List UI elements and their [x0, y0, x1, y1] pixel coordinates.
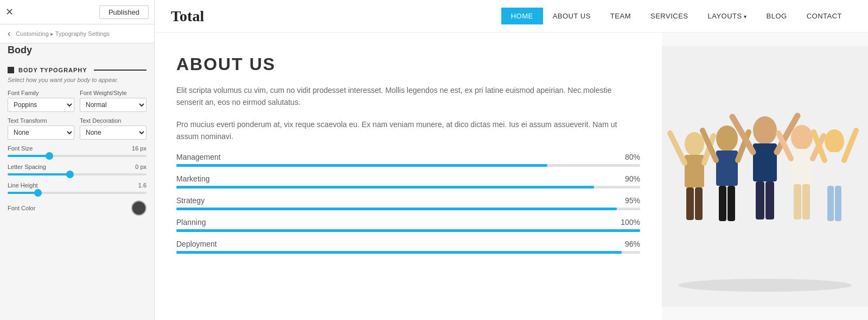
progress-header-4: Deployment 96% [176, 240, 640, 248]
progress-bar-fill-0 [176, 164, 547, 167]
letter-spacing-value: 0 px [135, 164, 146, 170]
progress-item: Management 80% [176, 153, 640, 167]
font-family-select[interactable]: Poppins Arial Georgia [8, 98, 74, 112]
font-weight-group: Font Weight/Style Normal Bold Light Ital… [80, 90, 146, 112]
breadcrumb: Customizing ▸ Typography Settings [16, 30, 110, 37]
nav-item-layouts[interactable]: LAYOUTS [698, 8, 757, 24]
progress-label-0: Management [176, 153, 221, 161]
progress-label-1: Marketing [176, 174, 209, 183]
line-height-thumb[interactable] [34, 189, 42, 197]
progress-bar-bg-4 [176, 251, 640, 254]
about-section: ABOUT US Elit scripta volumus cu vim, cu… [155, 33, 662, 320]
progress-value-3: 100% [621, 218, 640, 227]
published-button[interactable]: Published [99, 5, 149, 19]
nav-item-services[interactable]: SERVICES [641, 8, 698, 24]
letter-spacing-row: Letter Spacing 0 px [8, 164, 146, 175]
breadcrumb-area: ‹ Customizing ▸ Typography Settings [0, 24, 154, 43]
close-button[interactable]: ✕ [5, 6, 14, 18]
font-size-label: Font Size [8, 145, 33, 152]
progress-label-4: Deployment [176, 240, 217, 248]
svg-point-13 [753, 116, 777, 145]
people-image [662, 33, 868, 320]
main-area: ABOUT US Elit scripta volumus cu vim, cu… [155, 33, 868, 320]
progress-items: Management 80% Marketing 90% Strategy 95… [176, 153, 640, 254]
font-size-value: 16 px [132, 145, 146, 152]
site-nav: HOME ABOUT US TEAM SERVICES LAYOUTS BLOG… [501, 8, 852, 24]
letter-spacing-label: Letter Spacing [8, 164, 46, 170]
top-bar: ✕ Published [0, 0, 154, 24]
transform-row: Text Transform None Uppercase Lowercase … [8, 117, 146, 140]
font-color-row: Font Color [8, 200, 146, 216]
text-transform-label: Text Transform [8, 117, 74, 124]
progress-bar-bg-3 [176, 229, 640, 232]
progress-section: Management 80% Marketing 90% Strategy 95… [176, 153, 640, 254]
text-decoration-select[interactable]: None Underline Line-through Overline [80, 126, 146, 140]
font-family-label: Font Family [8, 90, 74, 96]
progress-item: Marketing 90% [176, 174, 640, 189]
breadcrumb-child[interactable]: Typography Settings [55, 30, 110, 37]
svg-rect-20 [791, 149, 813, 184]
progress-bar-fill-1 [176, 186, 594, 189]
nav-item-blog[interactable]: BLOG [757, 8, 797, 24]
progress-header-3: Planning 100% [176, 218, 640, 227]
font-color-swatch[interactable] [131, 200, 146, 216]
section-header: BODY TYPOGRAPHY [8, 67, 146, 73]
text-transform-select[interactable]: None Uppercase Lowercase Capitalize [8, 126, 74, 140]
font-row: Font Family Poppins Arial Georgia Font W… [8, 90, 146, 112]
svg-rect-14 [753, 143, 777, 181]
left-panel: ✕ Published ‹ Customizing ▸ Typography S… [0, 0, 155, 320]
progress-header-1: Marketing 90% [176, 174, 640, 183]
breadcrumb-parent[interactable]: Customizing [16, 30, 49, 37]
svg-rect-8 [716, 150, 738, 186]
svg-rect-17 [756, 181, 764, 219]
nav-item-team[interactable]: TEAM [601, 8, 641, 24]
font-size-label-row: Font Size 16 px [8, 145, 146, 152]
font-weight-label: Font Weight/Style [80, 90, 146, 96]
back-button[interactable]: ‹ [5, 29, 12, 39]
progress-label-2: Strategy [176, 196, 205, 205]
progress-label-3: Planning [176, 218, 206, 227]
nav-item-home[interactable]: HOME [501, 8, 543, 24]
text-decoration-label: Text Decoration [80, 117, 146, 124]
section-bar-icon [8, 67, 14, 73]
letter-spacing-fill [8, 173, 70, 175]
svg-point-7 [716, 126, 738, 152]
font-size-row: Font Size 16 px [8, 145, 146, 157]
line-height-label-row: Line Height 1.6 [8, 182, 146, 189]
nav-item-contact[interactable]: CONTACT [797, 8, 852, 24]
letter-spacing-label-row: Letter Spacing 0 px [8, 164, 146, 170]
progress-value-2: 95% [625, 196, 640, 205]
section-divider [94, 70, 146, 71]
font-color-label: Font Color [8, 205, 35, 211]
font-size-thumb[interactable] [46, 152, 53, 160]
svg-rect-5 [686, 187, 694, 220]
svg-point-1 [685, 132, 704, 156]
svg-rect-29 [827, 186, 834, 221]
progress-item: Planning 100% [176, 218, 640, 232]
progress-bar-bg-2 [176, 208, 640, 210]
line-height-fill [8, 192, 38, 194]
progress-header-2: Strategy 95% [176, 196, 640, 205]
svg-point-25 [825, 129, 844, 153]
panel-content: BODY TYPOGRAPHY Select how you want your… [0, 60, 154, 320]
letter-spacing-thumb[interactable] [66, 171, 74, 178]
section-title: BODY TYPOGRAPHY [18, 67, 87, 73]
svg-rect-18 [765, 181, 774, 219]
font-weight-select[interactable]: Normal Bold Light Italic [80, 98, 146, 112]
progress-item: Deployment 96% [176, 240, 640, 254]
font-size-track [8, 155, 146, 157]
svg-rect-6 [695, 187, 703, 220]
photo-section [662, 33, 868, 320]
svg-rect-24 [802, 184, 810, 219]
svg-rect-2 [685, 155, 704, 187]
line-height-label: Line Height [8, 182, 38, 189]
nav-item-about[interactable]: ABOUT US [543, 8, 601, 24]
text-decoration-group: Text Decoration None Underline Line-thro… [80, 117, 146, 140]
site-logo[interactable]: Total [171, 8, 204, 25]
about-paragraph-1: Elit scripta volumus cu vim, cum no vidi… [176, 84, 640, 109]
progress-header-0: Management 80% [176, 153, 640, 161]
page-title: Body [0, 43, 154, 60]
font-size-fill [8, 155, 49, 157]
line-height-value: 1.6 [138, 182, 146, 189]
line-height-row: Line Height 1.6 [8, 182, 146, 194]
